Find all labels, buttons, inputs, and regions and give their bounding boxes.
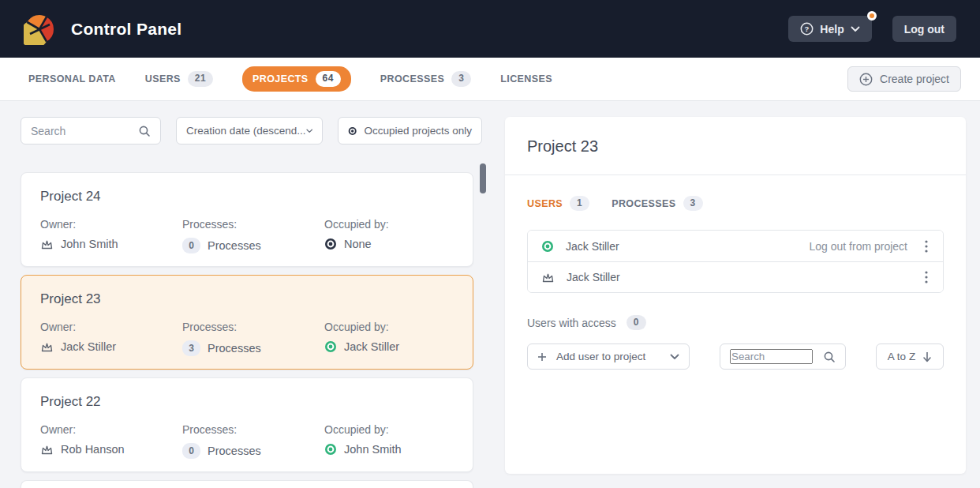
project-title: Project 24 [40, 189, 454, 205]
create-project-label: Create project [880, 73, 949, 85]
processes-label: Processes: [182, 321, 324, 333]
detail-tabs: USERS 1 PROCESSES 3 [527, 196, 944, 211]
nav-tabs: PERSONAL DATA USERS 21 PROJECTS 64 PROCE… [28, 66, 552, 91]
occupied-only-label: Occupied projects only [364, 125, 472, 137]
user-row: Jack Stiller Log out from project [528, 231, 943, 261]
project-card[interactable]: Project 22 Owner: Rob Hanson Processes: … [21, 377, 473, 472]
detail-tab-label: USERS [527, 198, 563, 209]
crown-icon [40, 238, 54, 250]
app-title: Control Panel [71, 20, 181, 39]
tab-count-badge: 21 [188, 71, 213, 86]
notification-dot [867, 11, 877, 21]
tab-processes[interactable]: PROCESSES 3 [380, 71, 471, 86]
row-menu-kebab-icon[interactable] [923, 238, 930, 254]
tab-projects[interactable]: PROJECTS 64 [242, 66, 351, 91]
tab-label: LICENSES [500, 73, 552, 84]
occupied-by-name: None [344, 238, 372, 250]
owner-label: Owner: [40, 218, 182, 231]
svg-text:?: ? [805, 24, 810, 33]
tab-label: USERS [145, 73, 181, 84]
status-occupied-icon [541, 240, 554, 253]
process-count-badge: 3 [182, 340, 200, 356]
tab-label: PERSONAL DATA [28, 73, 116, 84]
project-card[interactable]: Project 24 Owner: John Smith Processes: … [21, 172, 473, 267]
projects-search-input[interactable] [31, 125, 133, 137]
occupied-only-toggle[interactable]: Occupied projects only [338, 117, 482, 145]
chevron-down-icon [851, 26, 860, 32]
crown-icon [40, 444, 54, 456]
processes-unit: Processes [208, 342, 261, 355]
tab-count-badge: 3 [451, 71, 471, 86]
question-circle-icon: ? [800, 22, 814, 36]
users-search-input[interactable] [730, 349, 813, 364]
project-users-table: Jack Stiller Log out from project [527, 230, 944, 293]
occupied-label: Occupied by: [324, 321, 454, 333]
owner-name: Rob Hanson [61, 443, 125, 456]
tab-count-badge: 64 [316, 71, 341, 86]
detail-tab-processes[interactable]: PROCESSES 3 [612, 196, 702, 211]
plus-icon [537, 352, 547, 362]
status-none-icon [324, 238, 337, 250]
chevron-down-icon [670, 354, 679, 360]
sort-dropdown[interactable]: Creation date (descend... [176, 117, 323, 145]
help-label: Help [820, 23, 843, 36]
project-card-selected[interactable]: Project 23 Owner: Jack Stiller Processes… [21, 275, 473, 370]
occupied-label: Occupied by: [324, 218, 454, 231]
status-occupied-icon [324, 340, 337, 353]
tab-label: PROCESSES [380, 73, 444, 84]
process-count-badge: 0 [182, 443, 200, 459]
owner-name: Jack Stiller [61, 340, 116, 353]
project-title: Project 22 [40, 394, 454, 410]
owner-label: Owner: [40, 321, 182, 333]
logout-button[interactable]: Log out [892, 16, 956, 42]
processes-unit: Processes [208, 239, 261, 252]
search-icon [138, 125, 151, 137]
projects-list-panel: Creation date (descend... Occupied proje… [0, 101, 491, 488]
brand-logo-icon [24, 13, 55, 45]
crown-icon [541, 272, 555, 283]
search-icon [823, 351, 836, 363]
detail-tab-count-badge: 3 [683, 196, 703, 211]
occupied-by-name: John Smith [344, 443, 402, 456]
help-button[interactable]: ? Help [788, 16, 871, 42]
users-with-access-label: Users with access [527, 317, 616, 329]
topbar: Control Panel ? Help Log out [0, 0, 980, 58]
detail-tab-count-badge: 1 [570, 196, 589, 211]
add-user-to-project-dropdown[interactable]: Add user to project [527, 343, 690, 370]
processes-unit: Processes [208, 445, 261, 457]
user-name: Jack Stiller [566, 240, 619, 253]
detail-tab-label: PROCESSES [612, 198, 675, 209]
plus-circle-icon [859, 73, 873, 86]
vertical-scrollbar-thumb[interactable] [480, 163, 486, 193]
project-title: Project 23 [40, 291, 454, 307]
project-card-partial[interactable] [21, 480, 473, 488]
sort-a-to-z-label: A to Z [888, 351, 915, 362]
tab-licenses[interactable]: LICENSES [500, 73, 552, 84]
detail-tab-users[interactable]: USERS 1 [527, 196, 589, 211]
create-project-button[interactable]: Create project [847, 66, 961, 92]
sort-selected-value: Creation date (descend... [186, 125, 306, 137]
process-count-badge: 0 [182, 238, 200, 253]
status-occupied-icon [324, 443, 337, 456]
tab-label: PROJECTS [252, 73, 309, 84]
occupied-label: Occupied by: [324, 423, 454, 436]
users-search-box [720, 343, 846, 370]
project-detail-panel: Project 23 USERS 1 PROCESSES 3 Jack Stil… [505, 117, 966, 474]
main-navbar: PERSONAL DATA USERS 21 PROJECTS 64 PROCE… [0, 58, 980, 101]
user-row: Jack Stiller [528, 261, 943, 292]
logout-from-project-link[interactable]: Log out from project [809, 240, 907, 253]
tab-personal-data[interactable]: PERSONAL DATA [28, 73, 116, 84]
tab-users[interactable]: USERS 21 [145, 71, 213, 86]
owner-name: John Smith [61, 238, 118, 250]
arrow-down-icon [922, 351, 932, 362]
chevron-down-icon [306, 128, 312, 134]
occupied-filter-icon [348, 125, 357, 137]
processes-label: Processes: [182, 423, 324, 436]
project-cards-list: Project 24 Owner: John Smith Processes: … [21, 172, 473, 488]
processes-label: Processes: [182, 218, 324, 231]
users-with-access-count-badge: 0 [627, 315, 646, 330]
add-user-label: Add user to project [556, 351, 645, 362]
row-menu-kebab-icon[interactable] [923, 269, 930, 285]
sort-a-to-z-button[interactable]: A to Z [876, 343, 944, 370]
detail-project-title: Project 23 [505, 117, 966, 175]
